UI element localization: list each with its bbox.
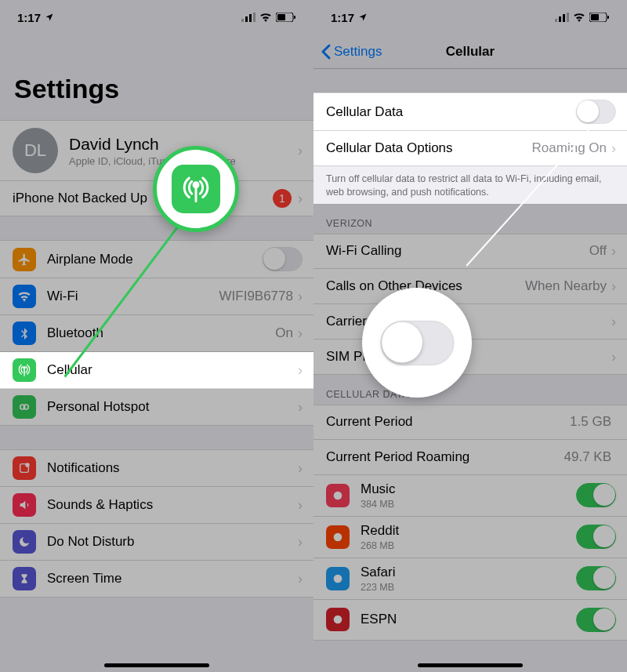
app-icon bbox=[326, 608, 350, 631]
location-icon bbox=[358, 13, 368, 22]
cellular-data-options-detail: Roaming On bbox=[532, 140, 607, 156]
screentime-label: Screen Time bbox=[47, 571, 298, 587]
app-toggle[interactable] bbox=[576, 566, 616, 590]
page-title: Settings bbox=[0, 35, 314, 112]
dnd-label: Do Not Disturb bbox=[47, 534, 298, 550]
svg-point-25 bbox=[334, 616, 342, 624]
app-toggle[interactable] bbox=[576, 525, 616, 549]
dnd-row[interactable]: Do Not Disturb › bbox=[0, 524, 314, 561]
callout-cellular-icon bbox=[153, 146, 239, 232]
chevron-right-icon: › bbox=[298, 535, 303, 549]
home-indicator bbox=[104, 663, 209, 667]
app-icon bbox=[326, 567, 350, 590]
wifi-calling-label: Wi-Fi Calling bbox=[326, 243, 589, 259]
sounds-label: Sounds & Haptics bbox=[47, 497, 298, 513]
current-period-row: Current Period 1.5 GB bbox=[314, 405, 627, 440]
hourglass-icon bbox=[13, 567, 36, 590]
svg-point-22 bbox=[334, 491, 342, 499]
chevron-right-icon: › bbox=[611, 350, 616, 364]
app-toggle[interactable] bbox=[576, 483, 616, 507]
cellular-data-options-row[interactable]: Cellular Data Options Roaming On › bbox=[314, 131, 627, 166]
cellular-data-options-label: Cellular Data Options bbox=[326, 140, 532, 156]
app-usage-row[interactable]: ESPN bbox=[314, 600, 627, 641]
chevron-right-icon: › bbox=[611, 279, 616, 293]
sounds-icon bbox=[13, 493, 36, 517]
hotspot-icon bbox=[13, 395, 36, 419]
app-icon bbox=[326, 525, 350, 549]
status-time: 1:17 bbox=[17, 11, 41, 24]
airplane-row[interactable]: Airplane Mode bbox=[0, 240, 314, 278]
toggle-off-icon bbox=[380, 320, 454, 365]
svg-rect-1 bbox=[245, 16, 248, 22]
hotspot-row[interactable]: Personal Hotspot › bbox=[0, 389, 314, 426]
chevron-left-icon bbox=[321, 44, 331, 60]
settings-screen: 1:17 Settings DL David Lynch Apple ID, i… bbox=[0, 0, 314, 672]
bluetooth-icon bbox=[13, 321, 36, 345]
app-usage-row[interactable]: Reddit268 MB bbox=[314, 517, 627, 558]
home-indicator bbox=[418, 663, 523, 667]
svg-rect-15 bbox=[555, 19, 557, 22]
cellular-icon bbox=[13, 358, 36, 382]
cellular-row[interactable]: Cellular › bbox=[0, 352, 314, 389]
calls-other-row[interactable]: Calls on Other Devices When Nearby › bbox=[314, 269, 627, 304]
wifi-icon bbox=[13, 285, 36, 308]
current-period-roaming-row: Current Period Roaming 49.7 KB bbox=[314, 440, 627, 475]
cellular-signal-icon bbox=[241, 13, 256, 22]
chevron-right-icon: › bbox=[298, 363, 303, 377]
svg-rect-5 bbox=[277, 14, 285, 20]
usage-header: CELLULAR DATA bbox=[314, 375, 627, 405]
app-name: ESPN bbox=[361, 612, 576, 627]
chevron-right-icon: › bbox=[298, 498, 303, 512]
app-name: Safari bbox=[361, 565, 576, 580]
app-name: Music bbox=[361, 481, 576, 497]
cellular-screen: 1:17 Settings Cellular Cellular Data Cel… bbox=[314, 0, 627, 672]
notifications-row[interactable]: Notifications › bbox=[0, 449, 314, 487]
cellular-data-row[interactable]: Cellular Data bbox=[314, 93, 627, 131]
antenna-icon bbox=[172, 165, 220, 213]
wifi-row[interactable]: Wi-Fi WIFI9B6778 › bbox=[0, 278, 314, 315]
sounds-row[interactable]: Sounds & Haptics › bbox=[0, 487, 314, 524]
svg-rect-16 bbox=[559, 16, 561, 22]
app-toggle[interactable] bbox=[576, 608, 616, 632]
back-label: Settings bbox=[334, 44, 382, 60]
status-bar: 1:17 bbox=[0, 0, 314, 35]
wifi-calling-row[interactable]: Wi-Fi Calling Off › bbox=[314, 234, 627, 269]
airplane-toggle[interactable] bbox=[263, 247, 303, 271]
bluetooth-label: Bluetooth bbox=[47, 325, 275, 341]
battery-icon bbox=[276, 13, 296, 22]
chevron-right-icon: › bbox=[298, 143, 303, 158]
chevron-right-icon: › bbox=[611, 314, 616, 329]
svg-rect-3 bbox=[253, 13, 256, 22]
chevron-right-icon: › bbox=[298, 572, 303, 586]
wifi-icon bbox=[259, 13, 272, 22]
svg-point-12 bbox=[25, 463, 29, 467]
app-usage-row[interactable]: Music384 MB bbox=[314, 475, 627, 517]
app-usage: 384 MB bbox=[361, 499, 576, 510]
current-period-detail: 1.5 GB bbox=[570, 414, 611, 430]
chevron-right-icon: › bbox=[298, 289, 303, 303]
svg-rect-21 bbox=[607, 16, 609, 19]
wifi-label: Wi-Fi bbox=[47, 289, 219, 304]
avatar: DL bbox=[13, 128, 58, 173]
callout-toggle bbox=[362, 288, 472, 398]
app-usage-row[interactable]: Safari223 MB bbox=[314, 558, 627, 600]
app-usage: 223 MB bbox=[361, 582, 576, 593]
wifi-detail: WIFI9B6778 bbox=[219, 289, 294, 304]
svg-rect-17 bbox=[563, 14, 565, 22]
chevron-right-icon: › bbox=[298, 400, 303, 414]
nav-title: Cellular bbox=[446, 44, 495, 60]
screentime-row[interactable]: Screen Time › bbox=[0, 561, 314, 598]
back-button[interactable]: Settings bbox=[321, 44, 446, 60]
cellular-label: Cellular bbox=[47, 362, 298, 378]
bluetooth-row[interactable]: Bluetooth On › bbox=[0, 315, 314, 352]
status-time: 1:17 bbox=[331, 11, 354, 24]
app-usage: 268 MB bbox=[361, 540, 576, 551]
svg-rect-6 bbox=[294, 16, 295, 19]
cellular-data-footer: Turn off cellular data to restrict all d… bbox=[314, 166, 627, 204]
wifi-calling-detail: Off bbox=[589, 243, 607, 259]
notifications-label: Notifications bbox=[47, 460, 298, 476]
cellular-data-toggle[interactable] bbox=[576, 100, 616, 124]
airplane-icon bbox=[13, 248, 36, 271]
carrier-header: VERIZON bbox=[314, 204, 627, 234]
notifications-icon bbox=[13, 456, 36, 480]
